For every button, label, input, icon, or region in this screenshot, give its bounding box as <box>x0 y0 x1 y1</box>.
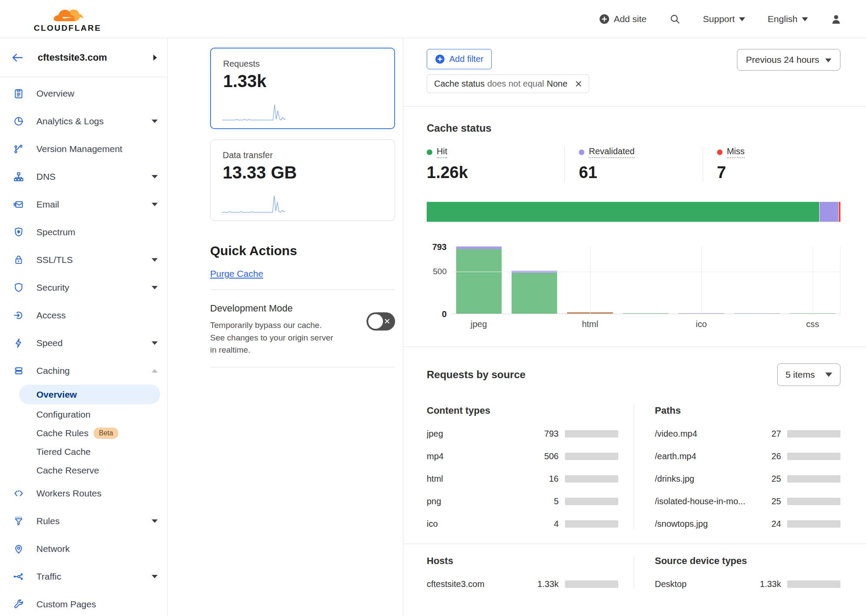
stacked-bar[interactable] <box>512 271 557 314</box>
sidebar-item-custom-pages[interactable]: Custom Pages <box>0 590 167 616</box>
row-label[interactable]: /isolated-house-in-mo... <box>655 496 754 506</box>
row-label[interactable]: ico <box>427 519 531 529</box>
data-transfer-card-value: 13.33 GB <box>223 163 383 182</box>
account-menu[interactable] <box>830 13 842 25</box>
table-row: jpeg793 <box>427 429 618 439</box>
table-title: Hosts <box>427 555 618 567</box>
row-bar-track <box>787 520 840 528</box>
row-label[interactable]: mp4 <box>427 451 531 461</box>
row-label[interactable]: /video.mp4 <box>655 429 754 439</box>
row-value: 26 <box>753 451 781 461</box>
row-label[interactable]: /earth.mp4 <box>655 451 754 461</box>
sidebar-item-label: Email <box>36 199 59 210</box>
sidebar-item-access[interactable]: Access <box>0 302 167 329</box>
language-menu[interactable]: English <box>768 14 808 24</box>
sidebar-subitem-overview[interactable]: Overview <box>19 385 160 404</box>
requests-card-label: Requests <box>223 59 382 69</box>
gridline <box>813 247 813 314</box>
stat-value: 1.26k <box>427 163 556 182</box>
gridline <box>451 272 840 272</box>
sidebar-item-network[interactable]: Network <box>0 535 167 563</box>
plot-area <box>451 247 840 314</box>
legend-dot-icon <box>579 149 584 155</box>
row-value: 25 <box>753 496 781 506</box>
row-label[interactable]: jpeg <box>427 429 531 439</box>
row-label[interactable]: html <box>427 474 531 484</box>
row-label[interactable]: cftestsite3.com <box>427 579 531 589</box>
sidebar-subitem-cache-rules[interactable]: Cache RulesBeta <box>0 424 167 442</box>
stacked-bar[interactable] <box>734 313 780 314</box>
site-switcher: cftestsite3.com <box>0 38 167 77</box>
branch-icon <box>13 143 24 155</box>
sidebar-item-caching[interactable]: Caching <box>0 357 167 385</box>
development-mode-title: Development Mode <box>210 303 334 314</box>
back-arrow-icon[interactable] <box>11 52 23 63</box>
cloudflare-dashboard: CLOUDFLARE Add site Support English <box>0 0 866 616</box>
stacked-segment-revalidated <box>819 202 838 222</box>
sidebar-item-analytics-logs[interactable]: Analytics & Logs <box>0 107 167 135</box>
server-stack-icon <box>13 365 24 376</box>
row-bar-track <box>565 453 618 460</box>
row-bar-track <box>787 453 840 460</box>
sidebar-item-spectrum[interactable]: Spectrum <box>0 218 167 246</box>
sidebar-item-workers-routes[interactable]: Workers Routes <box>0 480 167 507</box>
sidebar-subitem-label: Tiered Cache <box>36 447 91 457</box>
sidebar-subitem-cache-reserve[interactable]: Cache Reserve <box>0 461 167 480</box>
row-label[interactable]: Desktop <box>655 579 754 589</box>
add-filter-button[interactable]: Add filter <box>427 49 492 69</box>
sidebar-item-dns[interactable]: DNS <box>0 163 167 191</box>
sidebar-item-email[interactable]: Email <box>0 191 167 218</box>
chevron-down-icon <box>152 341 158 345</box>
chevron-up-icon <box>152 369 158 373</box>
gridline <box>590 247 590 314</box>
chevron-down-icon <box>152 519 158 523</box>
sidebar-subitem-tiered-cache[interactable]: Tiered Cache <box>0 442 167 461</box>
sidebar-item-traffic[interactable]: Traffic <box>0 563 167 590</box>
sidebar-subitem-configuration[interactable]: Configuration <box>0 405 167 424</box>
cloudflare-logo[interactable]: CLOUDFLARE <box>34 6 101 32</box>
sidebar-item-label: Rules <box>36 516 60 526</box>
stacked-bar[interactable] <box>456 246 502 314</box>
chevron-right-icon[interactable] <box>152 54 158 61</box>
support-menu[interactable]: Support <box>703 14 746 24</box>
analytics-panel: Add filter Cache status does not equal N… <box>403 38 866 616</box>
lightning-icon <box>13 337 24 349</box>
sidebar-item-label: Workers Routes <box>36 488 101 499</box>
table-row: mp4506 <box>427 451 618 461</box>
development-mode-toggle[interactable]: ✕ <box>367 312 395 331</box>
legend-label[interactable]: Revalidated <box>589 146 635 158</box>
sidebar-item-security[interactable]: Security <box>0 274 167 302</box>
legend-label[interactable]: Miss <box>727 146 745 158</box>
legend-label[interactable]: Hit <box>437 146 447 158</box>
sidebar-item-ssl-tls[interactable]: SSL/TLS <box>0 246 167 274</box>
sidebar-item-version-management[interactable]: Version Management <box>0 135 167 163</box>
middle-column: Requests 1.33k Data transfer 13.33 GB Qu… <box>168 38 403 616</box>
row-label[interactable]: png <box>427 496 531 506</box>
row-label[interactable]: /snowtops.jpg <box>655 519 754 529</box>
add-site-button[interactable]: Add site <box>599 14 647 24</box>
data-transfer-sparkline-chart <box>222 195 285 214</box>
table-row: /isolated-house-in-mo...25 <box>655 496 841 506</box>
shield-icon <box>13 282 24 293</box>
development-mode-description: Temporarily bypass our cache. See change… <box>210 319 334 357</box>
sidebar-item-overview[interactable]: Overview <box>0 80 167 107</box>
stacked-bar[interactable] <box>623 313 668 314</box>
requests-by-source-section: Requests by source 5 items Content types… <box>403 347 866 529</box>
search-button[interactable] <box>669 13 681 25</box>
bar-segment-hit <box>512 273 557 314</box>
items-count-dropdown[interactable]: 5 items <box>777 363 840 386</box>
cache-status-stats: Hit1.26kRevalidated61Miss7 <box>427 146 840 182</box>
time-range-dropdown[interactable]: Previous 24 hours <box>737 49 840 71</box>
toggle-knob <box>368 314 383 329</box>
sidebar-item-label: Overview <box>36 88 75 99</box>
row-label[interactable]: /drinks.jpg <box>655 474 754 484</box>
sidebar-item-rules[interactable]: Rules <box>0 507 167 535</box>
sidebar-item-speed[interactable]: Speed <box>0 329 167 357</box>
bar-segment-hit <box>734 313 780 314</box>
chevron-down-icon <box>825 373 832 377</box>
data-transfer-metric-card[interactable]: Data transfer 13.33 GB <box>210 139 395 221</box>
requests-metric-card[interactable]: Requests 1.33k <box>210 48 395 129</box>
remove-filter-icon[interactable] <box>574 80 583 88</box>
requests-card-value: 1.33k <box>223 71 382 91</box>
purge-cache-link[interactable]: Purge Cache <box>210 269 263 279</box>
